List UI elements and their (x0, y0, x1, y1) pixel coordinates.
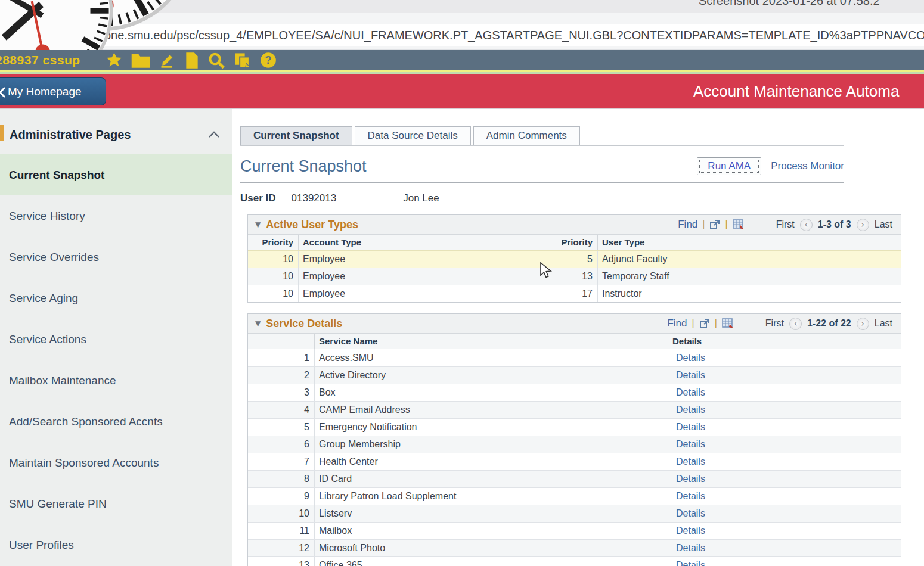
details-link[interactable]: Details (673, 525, 705, 536)
run-ama-button[interactable]: Run AMA (697, 157, 761, 175)
nav-accent-icon (0, 125, 4, 141)
details-link[interactable]: Details (673, 370, 705, 381)
download-grid-icon[interactable] (733, 219, 745, 231)
user-type-value: Instructor (598, 285, 901, 302)
details-link[interactable]: Details (673, 422, 705, 433)
first-link[interactable]: First (765, 318, 784, 329)
sidebar-item[interactable]: Service Overrides (0, 237, 232, 278)
tab-label: Current Snapshot (253, 130, 339, 141)
search-icon[interactable] (207, 52, 225, 69)
next-page-button[interactable]: › (857, 318, 869, 330)
sidebar-item[interactable]: Current Snapshot (0, 154, 232, 195)
document-icon[interactable] (184, 52, 200, 69)
details-link[interactable]: Details (673, 560, 705, 566)
tab[interactable]: Admin Comments (473, 126, 580, 145)
details-link[interactable]: Details (673, 353, 705, 363)
title-row: Current Snapshot Run AMA Process Monitor (240, 156, 844, 176)
service-row: 10 Listserv Details (248, 505, 901, 522)
my-homepage-button[interactable]: My Homepage (0, 77, 106, 105)
sidebar-item[interactable]: User Profiles (0, 524, 232, 565)
priority2-value: 13 (544, 268, 598, 285)
col-priority-2: Priority (544, 235, 598, 250)
sidebar-item[interactable]: Maintain Sponsored Accounts (0, 442, 232, 483)
pencil-icon[interactable] (159, 52, 176, 69)
find-link[interactable]: Find (667, 318, 687, 329)
details-link[interactable]: Details (673, 491, 705, 502)
service-row: 12 Microsoft Photo Details (248, 539, 901, 556)
tab-strip: Current Snapshot Data Source Details Adm… (240, 126, 844, 146)
service-row: 3 Box Details (248, 384, 901, 401)
service-number: 12 (248, 540, 315, 556)
last-link[interactable]: Last (875, 219, 892, 230)
service-row: 4 CAMP Email Address Details (248, 401, 901, 418)
last-link[interactable]: Last (875, 318, 892, 329)
details-link[interactable]: Details (673, 405, 705, 415)
active-user-types-groupbox: ▼ Active User Types Find | | First ‹ 1-3… (247, 214, 901, 303)
details-link[interactable]: Details (673, 387, 705, 398)
collapse-triangle-icon[interactable]: ▼ (255, 319, 261, 328)
ps-toolbar-icons: ? (106, 52, 277, 69)
chevron-up-icon[interactable] (208, 131, 220, 138)
pagination: First ‹ 1-22 of 22 › Last (765, 318, 892, 330)
next-page-button[interactable]: › (857, 219, 869, 231)
details-link[interactable]: Details (673, 543, 705, 553)
service-row: 8 ID Card Details (248, 470, 901, 487)
col-user-type: User Type (598, 235, 901, 250)
prev-page-button[interactable]: ‹ (800, 219, 813, 231)
user-type-row[interactable]: 10 Employee 17 Instructor (248, 285, 901, 302)
find-link[interactable]: Find (678, 219, 697, 231)
sidebar-item[interactable]: Mailbox Maintenance (0, 360, 232, 401)
process-monitor-link[interactable]: Process Monitor (771, 160, 844, 172)
sidebar-item[interactable]: Service History (0, 195, 232, 237)
sidebar-item[interactable]: SMU Generate PIN (0, 483, 232, 524)
copy-pages-icon[interactable] (233, 52, 252, 69)
prev-page-button[interactable]: ‹ (789, 318, 802, 330)
content-area: Administrative Pages Current Snapshot Se… (0, 109, 924, 566)
browser-toolbar: ← → ↻ csone.smu.edu/psc/cssup_4/EMPLOYEE… (0, 13, 924, 50)
collapse-triangle-icon[interactable]: ▼ (255, 220, 261, 229)
sidebar-item[interactable]: Service Actions (0, 319, 232, 360)
sidebar-item[interactable]: Add/Search Sponsored Accnts (0, 401, 232, 442)
my-homepage-label: My Homepage (8, 85, 82, 98)
help-icon[interactable]: ? (260, 52, 277, 69)
popout-icon[interactable] (709, 219, 720, 230)
service-row: 6 Group Membership Details (248, 436, 901, 453)
account-type-value: Employee (299, 285, 544, 302)
service-number: 11 (248, 523, 315, 539)
service-name: CAMP Email Address (315, 402, 668, 418)
sidebar-item-label: Mailbox Maintenance (9, 374, 116, 387)
folder-icon[interactable] (131, 52, 151, 69)
download-grid-icon[interactable] (722, 318, 734, 329)
first-link[interactable]: First (776, 219, 795, 230)
tab[interactable]: Current Snapshot (240, 126, 352, 145)
sidebar-item-label: User Profiles (9, 539, 74, 552)
star-icon[interactable] (106, 52, 123, 69)
col-details: Details (668, 334, 901, 349)
sidebar-header-label: Administrative Pages (10, 128, 131, 142)
window-titlebar: Screenshot 2023-01-26 at 07.58.2 (0, 0, 924, 13)
user-type-row[interactable]: 10 Employee 5 Adjunct Faculty (248, 250, 901, 268)
back-icon[interactable]: ← (0, 30, 10, 47)
service-row: 1 Access.SMU Details (248, 349, 901, 366)
service-number: 8 (248, 471, 315, 487)
details-link[interactable]: Details (673, 474, 705, 484)
grid-actions: Find | | (667, 318, 734, 329)
details-link[interactable]: Details (673, 456, 705, 467)
popout-icon[interactable] (699, 318, 710, 329)
active-user-types-column-headers: Priority Account Type Priority User Type (248, 235, 901, 250)
user-type-row[interactable]: 10 Employee 13 Temporary Staff (248, 268, 901, 285)
service-details-groupbox: ▼ Service Details Find | | First ‹ 1-22 … (247, 313, 901, 566)
screen: Screenshot 2023-01-26 at 07.58.2 ← → ↻ c… (0, 0, 924, 566)
col-priority: Priority (248, 235, 299, 250)
sidebar-item[interactable]: Service Aging (0, 278, 232, 319)
sidebar-item-label: Service Actions (9, 333, 86, 346)
sidebar-header[interactable]: Administrative Pages (0, 109, 232, 154)
tab[interactable]: Data Source Details (355, 126, 471, 145)
details-link[interactable]: Details (673, 508, 705, 519)
service-number: 3 (248, 384, 315, 401)
reload-icon[interactable]: ↻ (45, 30, 57, 47)
forward-icon[interactable]: → (19, 30, 33, 47)
page-range: 1-22 of 22 (807, 318, 851, 329)
address-bar[interactable]: csone.smu.edu/psc/cssup_4/EMPLOYEE/SA/c/… (73, 24, 924, 46)
details-link[interactable]: Details (673, 439, 705, 450)
